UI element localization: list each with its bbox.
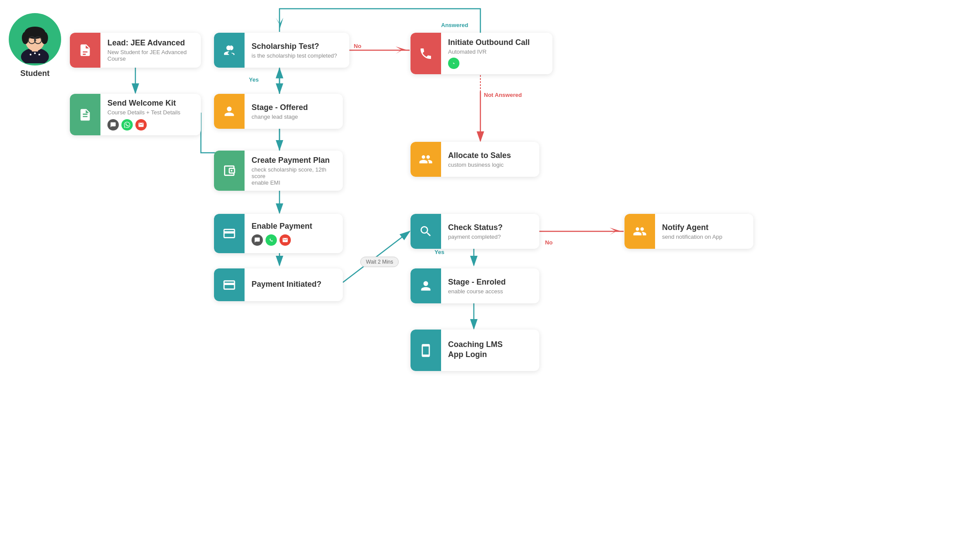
initiate-call-node[interactable]: Initiate Outbound Call Automated IVR [411, 33, 552, 74]
stage-enrolled-title: Stage - Enroled [448, 278, 532, 287]
badge-whatsapp [121, 119, 133, 131]
wait-badge: Wait 2 Mins [360, 257, 399, 267]
allocate-sales-title: Allocate to Sales [448, 151, 532, 160]
enable-payment-title: Enable Payment [252, 222, 336, 231]
allocate-sales-subtitle: custom business logic [448, 161, 532, 168]
stage-offered-title: Stage - Offered [252, 103, 336, 112]
notify-agent-title: Notify Agent [662, 223, 746, 232]
lead-title: Lead: JEE Advanced [107, 38, 194, 48]
allocate-sales-node[interactable]: Allocate to Sales custom business logic [411, 142, 539, 177]
stage-enrolled-subtitle: enable course access [448, 288, 532, 295]
badge-msg [107, 119, 119, 131]
answered-label: Answered [441, 22, 468, 28]
stage-enrolled-node[interactable]: Stage - Enroled enable course access [411, 268, 539, 303]
svg-point-5 [41, 32, 48, 44]
create-payment-node[interactable]: Create Payment Plan check scholarship sc… [214, 151, 343, 191]
welcome-subtitle: Course Details + Test Details [107, 109, 194, 116]
avatar-circle [9, 13, 61, 65]
payment-initiated-node[interactable]: Payment Initiated? [214, 268, 343, 301]
yes-label-1: Yes [249, 76, 259, 83]
scholarship-node[interactable]: Scholarship Test? is the scholarship tes… [214, 33, 349, 68]
create-payment-subtitle: check scholarship score, 12th score enab… [252, 166, 336, 186]
no-label-1: No [354, 43, 361, 49]
initiate-call-title: Initiate Outbound Call [448, 38, 545, 47]
not-answered-label: Not Answered [484, 92, 522, 98]
stage-offered-subtitle: change lead stage [252, 113, 336, 120]
welcome-node[interactable]: Send Welcome Kit Course Details + Test D… [70, 94, 201, 135]
enable-payment-node[interactable]: Enable Payment [214, 214, 343, 253]
flow-canvas: Student [0, 0, 966, 560]
stage-offered-node[interactable]: Stage - Offered change lead stage [214, 94, 343, 129]
svg-point-10 [34, 52, 36, 54]
student-label: Student [21, 69, 50, 78]
initiate-call-subtitle: Automated IVR [448, 48, 545, 55]
check-status-node[interactable]: Check Status? payment completed? [411, 214, 539, 249]
create-payment-title: Create Payment Plan [252, 156, 336, 165]
scholarship-title: Scholarship Test? [252, 42, 342, 51]
no-label-2: No [545, 239, 552, 246]
svg-point-4 [22, 32, 29, 44]
check-status-subtitle: payment completed? [448, 234, 532, 240]
svg-point-9 [30, 54, 31, 55]
lead-node[interactable]: Lead: JEE Advanced New Student for JEE A… [70, 33, 201, 68]
welcome-title: Send Welcome Kit [107, 99, 194, 108]
badge-email [135, 119, 147, 131]
check-status-title: Check Status? [448, 223, 532, 232]
notify-agent-subtitle: send notification on App [662, 234, 746, 240]
notify-agent-node[interactable]: Notify Agent send notification on App [624, 214, 753, 249]
svg-point-28 [231, 170, 232, 172]
coaching-lms-title: Coaching LMS App Login [448, 340, 532, 360]
student-avatar: Student [9, 13, 61, 78]
payment-initiated-title: Payment Initiated? [252, 280, 336, 289]
ep-badge-email [279, 234, 291, 246]
svg-point-11 [38, 54, 40, 55]
coaching-lms-node[interactable]: Coaching LMS App Login [411, 330, 539, 371]
ep-badge-whatsapp [266, 234, 277, 246]
yes-label-2: Yes [435, 249, 444, 255]
call-badge-whatsapp [448, 58, 459, 69]
lead-subtitle: New Student for JEE Advanced Course [107, 49, 194, 62]
scholarship-subtitle: is the scholarship test completed? [252, 52, 342, 59]
ep-badge-msg [252, 234, 263, 246]
